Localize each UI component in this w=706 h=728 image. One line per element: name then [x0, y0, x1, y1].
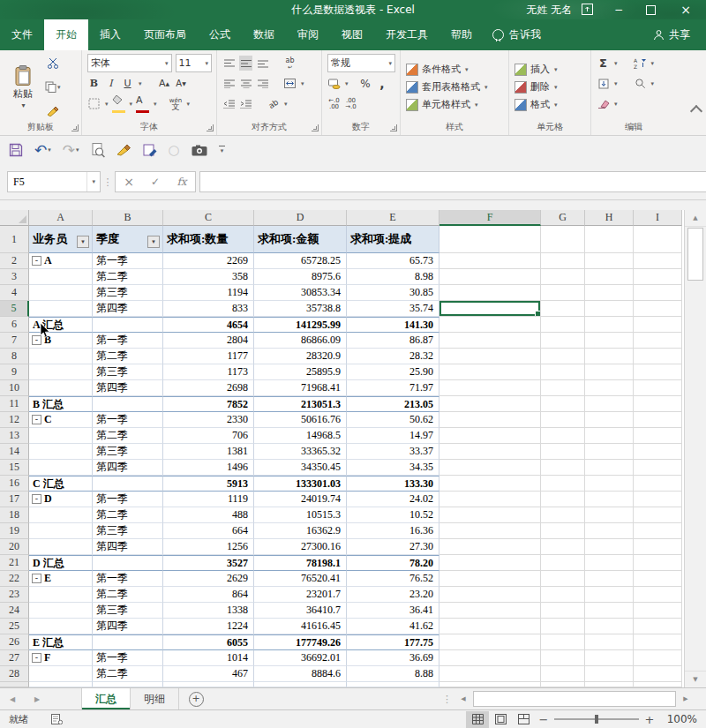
cell-A17[interactable]: -D — [29, 492, 93, 507]
autosum-button[interactable]: Σ — [597, 56, 610, 71]
macro-record-icon[interactable] — [51, 714, 63, 724]
cell-G7[interactable] — [541, 333, 585, 349]
row-header-21[interactable]: 21 — [0, 555, 29, 571]
cell-C1[interactable]: 求和项:数量 — [163, 226, 254, 253]
cell-I10[interactable] — [634, 380, 682, 396]
cell-D22[interactable]: 76520.41 — [254, 571, 347, 587]
row-header-16[interactable]: 16 — [0, 476, 29, 492]
cell-E8[interactable]: 28.32 — [347, 349, 439, 364]
cell-D13[interactable]: 14968.5 — [254, 428, 347, 444]
cell-E7[interactable]: 86.87 — [347, 333, 439, 349]
cell-A2[interactable]: -A — [29, 253, 93, 269]
cell-E3[interactable]: 8.98 — [347, 269, 439, 285]
cell-A12[interactable]: -C — [29, 412, 93, 428]
cell-B9[interactable]: 第三季 — [93, 364, 163, 380]
col-header-A[interactable]: A — [29, 210, 93, 226]
row-header-23[interactable]: 23 — [0, 587, 29, 603]
cell-I5[interactable] — [634, 301, 682, 317]
cell-C24[interactable]: 1338 — [163, 603, 254, 619]
new-sheet-button[interactable]: + — [179, 688, 213, 709]
cell-H20[interactable] — [585, 539, 634, 555]
cell-G16[interactable] — [541, 476, 585, 492]
cell-F21[interactable] — [439, 555, 541, 571]
cell-C23[interactable]: 864 — [163, 587, 254, 603]
row-header-24[interactable]: 24 — [0, 603, 29, 619]
cell-G15[interactable] — [541, 460, 585, 476]
row-header-6[interactable]: 6 — [0, 317, 29, 333]
comma-style-icon[interactable]: , — [376, 76, 389, 91]
edit-cell-button[interactable] — [143, 144, 157, 157]
cell-I8[interactable] — [634, 349, 682, 364]
cell-C4[interactable]: 1194 — [163, 285, 254, 301]
cell-A21[interactable]: D 汇总 — [29, 555, 93, 571]
cell-H16[interactable] — [585, 476, 634, 492]
cell-B7[interactable]: 第一季 — [93, 333, 163, 349]
normal-view-button[interactable] — [466, 711, 489, 728]
row-header-7[interactable]: 7 — [0, 333, 29, 349]
vertical-scroll-thumb[interactable] — [687, 228, 703, 281]
cell-D19[interactable]: 16362.9 — [254, 523, 347, 539]
col-header-E[interactable]: E — [347, 210, 439, 226]
align-right-icon[interactable] — [256, 76, 269, 91]
accounting-format-icon[interactable] — [327, 76, 341, 91]
cell-F13[interactable] — [439, 428, 541, 444]
percent-style-icon[interactable]: % — [359, 76, 372, 91]
col-header-B[interactable]: B — [93, 210, 163, 226]
cell-E28[interactable]: 8.88 — [347, 666, 439, 682]
collapse-icon[interactable]: - — [32, 494, 41, 504]
cell-F1[interactable] — [439, 226, 541, 253]
copy-icon[interactable]: ▾ — [45, 79, 61, 94]
increase-font-icon[interactable]: A▲ — [158, 76, 171, 91]
cell-E22[interactable]: 76.52 — [347, 571, 439, 587]
cell-A6[interactable]: A 汇总 — [29, 317, 93, 333]
cell-I2[interactable] — [634, 253, 682, 269]
collapse-icon[interactable]: - — [32, 574, 41, 583]
cell-C10[interactable]: 2698 — [163, 380, 254, 396]
cells-item-3[interactable]: 格式▾ — [514, 96, 586, 114]
row-header-9[interactable]: 9 — [0, 364, 29, 380]
cell-F17[interactable] — [439, 492, 541, 507]
cell-B20[interactable]: 第四季 — [93, 539, 163, 555]
cell-E17[interactable]: 24.02 — [347, 492, 439, 507]
scroll-down-icon[interactable]: ▼ — [685, 671, 706, 687]
cell-H12[interactable] — [585, 412, 634, 428]
cell-G14[interactable] — [541, 444, 585, 460]
cell-E2[interactable]: 65.73 — [347, 253, 439, 269]
row-header-28[interactable]: 28 — [0, 666, 29, 682]
decrease-font-icon[interactable]: A▼ — [175, 76, 188, 91]
font-name-select[interactable]: 宋体▾ — [87, 54, 172, 72]
cell-H3[interactable] — [585, 269, 634, 285]
minimize-button[interactable]: − — [605, 0, 632, 19]
cell-G20[interactable] — [541, 539, 585, 555]
cell-E16[interactable]: 133.30 — [347, 476, 439, 492]
close-button[interactable]: × — [672, 0, 699, 19]
alignment-dialog-launcher-icon[interactable] — [312, 124, 319, 131]
cell-C9[interactable]: 1173 — [163, 364, 254, 380]
orientation-icon[interactable]: ab — [263, 94, 282, 114]
row-header-4[interactable]: 4 — [0, 285, 29, 301]
cell-D24[interactable]: 36410.7 — [254, 603, 347, 619]
cells-item-1[interactable]: 插入▾ — [514, 61, 586, 79]
decrease-decimal-icon[interactable]: .00→.0 — [344, 96, 357, 111]
cell-D14[interactable]: 33365.32 — [254, 444, 347, 460]
cell-E27[interactable]: 36.69 — [347, 650, 439, 666]
cell-H5[interactable] — [585, 301, 634, 317]
cell-H10[interactable] — [585, 380, 634, 396]
zoom-slider[interactable] — [554, 718, 639, 720]
cell-E5[interactable]: 35.74 — [347, 301, 439, 317]
number-dialog-launcher-icon[interactable] — [390, 124, 397, 131]
paste-button[interactable]: 粘贴▾ — [5, 54, 41, 120]
cell-F20[interactable] — [439, 539, 541, 555]
cell-I4[interactable] — [634, 285, 682, 301]
cell-F18[interactable] — [439, 507, 541, 523]
cell-G5[interactable] — [541, 301, 585, 317]
cancel-button[interactable]: × — [116, 175, 142, 189]
cell-C12[interactable]: 2330 — [163, 412, 254, 428]
cell-D1[interactable]: 求和项:金额 — [254, 226, 347, 253]
cell-E23[interactable]: 23.20 — [347, 587, 439, 603]
ribbon-tab-7[interactable]: 审阅 — [286, 19, 330, 50]
cell-F3[interactable] — [439, 269, 541, 285]
cell-D21[interactable]: 78198.1 — [254, 555, 347, 571]
underline-button[interactable]: U — [121, 76, 134, 91]
cell-D4[interactable]: 30853.34 — [254, 285, 347, 301]
